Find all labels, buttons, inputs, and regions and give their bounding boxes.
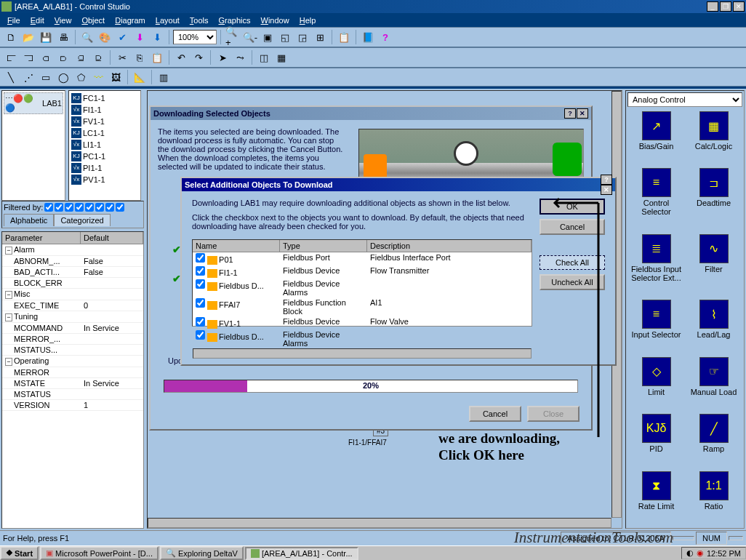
expander-icon[interactable]: − — [5, 247, 12, 255]
menu-edit[interactable]: Edit — [26, 15, 49, 26]
filter-chk-3[interactable] — [65, 203, 73, 212]
list-row[interactable]: FV1-1Fieldbus DeviceFlow Valve — [193, 316, 532, 329]
upload-icon[interactable]: ⬇ — [149, 29, 165, 45]
filter-chk-2[interactable] — [55, 203, 63, 212]
palette-item[interactable]: ◇Limit — [629, 357, 683, 411]
param-group[interactable]: −Tuning — [2, 311, 143, 323]
task-explorer[interactable]: 🔍Exploring DeltaV — [160, 546, 244, 560]
palette-item[interactable]: ≡Control Selector — [629, 168, 683, 231]
palette-item[interactable]: ⧗Rate Limit — [629, 471, 683, 525]
row-checkbox[interactable] — [196, 298, 205, 308]
param-row[interactable]: MSTATUS — [2, 389, 143, 400]
grid-icon[interactable]: ⊞ — [312, 29, 328, 45]
cut-icon[interactable]: ✂ — [114, 49, 130, 65]
check-icon[interactable]: ✔ — [114, 29, 130, 45]
tool-b-icon[interactable]: ▦ — [273, 49, 289, 65]
pointer-icon[interactable]: ➤ — [214, 49, 230, 65]
tool-a-icon[interactable]: ◫ — [256, 49, 272, 65]
palette-item[interactable]: ∿Filter — [686, 234, 741, 297]
palette-item[interactable]: ☞Manual Load — [686, 357, 741, 411]
menu-window[interactable]: Window — [257, 15, 294, 26]
block-item[interactable]: KJLC1-1 — [71, 127, 139, 139]
canvas-hscroll[interactable] — [148, 518, 611, 528]
undo-icon[interactable]: ↶ — [173, 49, 189, 65]
align-right-icon[interactable]: ⫏ — [38, 49, 54, 65]
block-item[interactable]: √xPV1-1 — [71, 174, 139, 185]
menu-file[interactable]: File — [3, 15, 25, 26]
param-row[interactable]: ABNORM_...False — [2, 256, 143, 267]
tray-icon-2[interactable]: ◉ — [697, 548, 704, 558]
filter-chk-5[interactable] — [85, 203, 94, 212]
col-type[interactable]: Type — [280, 240, 367, 252]
row-checkbox[interactable] — [196, 279, 205, 289]
copy-icon[interactable]: ⎘ — [132, 49, 148, 65]
filter-chk-6[interactable] — [95, 203, 104, 212]
download-dialog-title[interactable]: Downloading Selected Objects ? ✕ — [151, 107, 591, 120]
row-checkbox[interactable] — [196, 317, 205, 327]
menu-object[interactable]: Object — [77, 15, 109, 26]
select-dialog-title[interactable]: Select Additional Objects To Download ? … — [182, 178, 615, 191]
system-tray[interactable]: ◐ ◉ 12:52 PM — [681, 547, 746, 559]
align-bottom-icon[interactable]: ⫒ — [90, 49, 106, 65]
menu-tools[interactable]: Tools — [185, 15, 213, 26]
filter-chk-7[interactable] — [105, 203, 114, 212]
ellipse-icon[interactable]: ◯ — [55, 69, 71, 85]
hierarchy-tree[interactable]: ⋯🔴🟢🔵 LAB1 — [1, 90, 65, 201]
expander-icon[interactable]: − — [5, 358, 12, 366]
block-item[interactable]: √xPI1-1 — [71, 162, 139, 174]
block-list[interactable]: KJFC1-1√xFI1-1√xFV1-1KJLC1-1√xLI1-1KJPC1… — [68, 90, 141, 201]
zoom-select[interactable]: 100% — [173, 30, 217, 44]
param-row[interactable]: MSTATUS... — [2, 345, 143, 356]
param-row[interactable]: VERSION1 — [2, 400, 143, 411]
expander-icon[interactable]: − — [5, 291, 12, 299]
filter-chk-1[interactable] — [44, 203, 53, 212]
task-powerpoint[interactable]: ▣Microsoft PowerPoint - [D... — [40, 546, 159, 560]
menu-view[interactable]: View — [50, 15, 76, 26]
props-icon[interactable]: 📋 — [336, 29, 352, 45]
print-icon[interactable]: 🖶 — [55, 29, 71, 45]
block-item[interactable]: √xFV1-1 — [71, 116, 139, 127]
open-icon[interactable]: 📂 — [20, 29, 36, 45]
palette-item[interactable]: KJδPID — [629, 414, 683, 468]
param-group[interactable]: −Operating — [2, 356, 143, 367]
list-hscroll[interactable] — [193, 348, 532, 359]
menu-layout[interactable]: Layout — [151, 15, 184, 26]
tab-categorized[interactable]: Categorized — [54, 214, 110, 226]
align-left-icon[interactable]: ⫍ — [3, 49, 19, 65]
col-name[interactable]: Name — [193, 240, 280, 252]
menu-diagram[interactable]: Diagram — [111, 15, 150, 26]
palette-item[interactable]: ⊐Deadtime — [686, 168, 741, 231]
list-row[interactable]: FI1-1Fieldbus DeviceFlow Transmitter — [193, 265, 532, 279]
row-checkbox[interactable] — [196, 330, 205, 340]
list-row[interactable]: Fieldbus D...Fieldbus Device Alarms — [193, 279, 532, 297]
download-help-button[interactable]: ? — [564, 108, 576, 119]
line-icon[interactable]: ╲ — [3, 69, 19, 85]
palette-body[interactable]: ↗Bias/Gain▦Calc/Logic≡Control Selector⊐D… — [626, 108, 744, 528]
task-controlstudio[interactable]: [AREA_A/LAB1] - Contr... — [245, 547, 358, 560]
param-group[interactable]: −Misc — [2, 289, 143, 300]
palette-icon[interactable]: ▥ — [156, 69, 172, 85]
download-close-x[interactable]: ✕ — [577, 108, 588, 119]
param-hdr-default[interactable]: Default — [81, 232, 143, 244]
tab-alphabetic[interactable]: Alphabetic — [4, 214, 54, 226]
row-checkbox[interactable] — [196, 253, 205, 263]
find-icon[interactable]: 🔍 — [79, 29, 95, 45]
ruler-icon[interactable]: 📐 — [132, 69, 148, 85]
maximize-button[interactable]: ❐ — [720, 1, 731, 12]
image-icon[interactable]: 🖼 — [108, 69, 124, 85]
palette-item[interactable]: ≡Input Selector — [629, 300, 683, 353]
select-help-button[interactable]: ? — [601, 175, 612, 185]
menu-graphics[interactable]: Graphics — [214, 15, 255, 26]
row-checkbox[interactable] — [196, 266, 205, 276]
param-hdr-name[interactable]: Parameter — [2, 232, 81, 244]
tree-root[interactable]: ⋯🔴🟢🔵 LAB1 — [4, 92, 63, 114]
palette-category[interactable]: Analog Control — [627, 92, 742, 107]
param-row[interactable]: BAD_ACTI...False — [2, 267, 143, 278]
minimize-button[interactable]: _ — [707, 1, 718, 12]
param-row[interactable]: BLOCK_ERR — [2, 278, 143, 289]
zoom-sel-icon[interactable]: ◲ — [294, 29, 310, 45]
curve-icon[interactable]: 〰 — [90, 69, 106, 85]
redo-icon[interactable]: ↷ — [190, 49, 206, 65]
book-icon[interactable]: 📘 — [360, 29, 376, 45]
block-item[interactable]: KJPC1-1 — [71, 151, 139, 162]
